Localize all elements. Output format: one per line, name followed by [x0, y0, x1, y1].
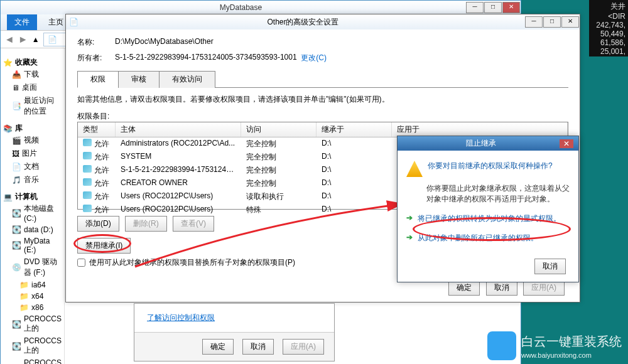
- tab-effective[interactable]: 有效访问: [159, 71, 215, 88]
- remove-permissions-option[interactable]: ➔ 从此对象中删除所有已继承的权限。: [406, 233, 570, 244]
- block-title: 阻止继承: [403, 138, 560, 149]
- nav-net-2[interactable]: 💽 PCROCCS 上的: [3, 335, 62, 357]
- nav-folder-x64[interactable]: 📁 x64: [3, 291, 62, 302]
- props-apply-button[interactable]: 应用(A): [283, 339, 324, 355]
- owner-value: S-1-5-21-2922983994-1753124005-373459359…: [115, 53, 297, 63]
- shield-icon: 📄: [66, 18, 81, 26]
- maximize-button[interactable]: □: [484, 2, 502, 13]
- nav-favorites[interactable]: ⭐ 收藏夹: [3, 57, 62, 68]
- props-ok-button[interactable]: 确定: [202, 339, 234, 355]
- ribbon-file[interactable]: 文件: [7, 14, 37, 30]
- block-inheritance-dialog: 阻止继承 ✕ 你要对目前继承的权限采取何种操作? 你将要阻止此对象继承权限，这意…: [397, 136, 579, 282]
- nav-forward-button[interactable]: ►: [18, 34, 28, 45]
- remove-button[interactable]: 删除(R): [125, 216, 167, 232]
- nav-libraries[interactable]: 📚 库: [3, 123, 62, 134]
- nav-drive-dvd[interactable]: 💿 DVD 驱动器 (F:): [3, 255, 62, 279]
- adv-description: 如需其他信息，请双击权限项目。若要修改权限项目，请选择该项目并单击"编辑"(如果…: [77, 94, 568, 105]
- warning-icon: [406, 161, 423, 177]
- user-icon: [83, 205, 92, 212]
- tab-auditing[interactable]: 审核: [118, 71, 160, 88]
- col-applies[interactable]: 应用于: [392, 122, 568, 137]
- adv-title: Other的高级安全设置: [81, 17, 525, 28]
- watermark-url: www.baiyunxitong.com: [521, 351, 622, 359]
- convert-permissions-option[interactable]: ➔ 将已继承的权限转换为此对象的显式权限。: [406, 213, 570, 224]
- user-icon: [83, 139, 92, 146]
- adv-tabs: 权限 审核 有效访问: [77, 71, 568, 88]
- col-access[interactable]: 访问: [241, 122, 317, 137]
- nav-back-button[interactable]: ◄: [4, 34, 14, 45]
- change-owner-link[interactable]: 更改(C): [301, 53, 327, 63]
- explorer-title: MyDatabase: [16, 3, 466, 12]
- arrow-right-icon: ➔: [406, 213, 413, 224]
- adv-maximize-button[interactable]: □: [543, 16, 561, 28]
- name-value: D:\MyDoc\MyDatabase\Other: [115, 37, 214, 48]
- nav-music[interactable]: 🎵 音乐: [3, 173, 62, 186]
- properties-dialog-bottom: 了解访问控制和权限 确定 取消 应用(A): [134, 303, 335, 361]
- nav-desktop[interactable]: 🖥 桌面: [3, 81, 62, 94]
- nav-pane: ⭐ 收藏夹 📥 下载 🖥 桌面 📑 最近访问的位置 📚 库 🎬 视频 🖼 图片 …: [1, 48, 65, 364]
- nav-computer[interactable]: 💻 计算机: [3, 191, 62, 202]
- block-cancel-button[interactable]: 取消: [534, 259, 566, 274]
- entries-label: 权限条目:: [77, 111, 568, 122]
- adv-close-button[interactable]: ✕: [561, 16, 579, 28]
- col-type[interactable]: 类型: [78, 122, 116, 137]
- nav-folder-x86[interactable]: 📁 x86: [3, 302, 62, 313]
- cmd-line: 50,449,: [592, 29, 625, 38]
- view-button[interactable]: 查看(V): [173, 216, 214, 232]
- minimize-button[interactable]: ─: [466, 2, 484, 13]
- nav-up-button[interactable]: ▲: [32, 35, 40, 44]
- disable-inheritance-button[interactable]: 禁用继承(I): [77, 238, 131, 254]
- nav-recent[interactable]: 📑 最近访问的位置: [3, 94, 62, 118]
- replace-child-checkbox[interactable]: [77, 259, 85, 267]
- block-heading: 你要对目前继承的权限采取何种操作?: [406, 161, 570, 177]
- ribbon-home[interactable]: 主页: [48, 17, 63, 28]
- cmd-line: 61,586,: [592, 38, 625, 47]
- watermark: 白云一键重装系统 www.baiyunxitong.com: [487, 331, 622, 360]
- nav-pictures[interactable]: 🖼 图片: [3, 147, 62, 160]
- nav-drive-c[interactable]: 💽 本地磁盘 (C:): [3, 202, 62, 224]
- nav-videos[interactable]: 🎬 视频: [3, 134, 62, 147]
- owner-label: 所有者:: [77, 53, 115, 63]
- nav-net-3[interactable]: 💽 PCROCCS 上的: [3, 357, 62, 364]
- block-close-button[interactable]: ✕: [560, 139, 573, 148]
- cmd-line: 242,743,: [592, 21, 625, 29]
- watermark-title: 白云一键重装系统: [521, 335, 622, 348]
- col-principal[interactable]: 主体: [116, 122, 241, 137]
- arrow-right-icon: ➔: [406, 233, 413, 244]
- props-cancel-button[interactable]: 取消: [242, 339, 274, 355]
- user-icon: [83, 178, 92, 186]
- nav-folder-ia64[interactable]: 📁 ia64: [3, 279, 62, 291]
- adv-minimize-button[interactable]: ─: [525, 16, 543, 28]
- tab-permissions[interactable]: 权限: [77, 71, 119, 88]
- nav-drive-e[interactable]: 💽 MyData (E:): [3, 235, 62, 255]
- learn-permissions-link[interactable]: 了解访问控制和权限: [147, 313, 215, 322]
- col-inherited[interactable]: 继承于: [317, 122, 392, 137]
- user-icon: [83, 191, 92, 199]
- nav-drive-d[interactable]: 💽 data (D:): [3, 224, 62, 235]
- cmd-line: 25,001,: [592, 47, 625, 56]
- cmd-line: <DIR: [592, 12, 625, 21]
- nav-net-1[interactable]: 💽 PCROCCS 上的: [3, 313, 62, 335]
- watermark-logo-icon: [487, 331, 516, 360]
- close-button[interactable]: ✕: [502, 2, 520, 13]
- explorer-titlebar: MyDatabase ─ □ ✕: [1, 1, 521, 14]
- add-button[interactable]: 添加(D): [77, 216, 119, 232]
- replace-child-label: 使用可从此对象继承的权限项目替换所有子对象的权限项目(P): [89, 257, 295, 268]
- user-icon: [83, 152, 92, 159]
- background-cmd-panel: 关井 <DIR 242,743, 50,449, 61,586, 25,001,: [589, 0, 628, 56]
- user-icon: [83, 165, 92, 173]
- nav-downloads[interactable]: 📥 下载: [3, 68, 62, 81]
- cmd-line: 关井: [592, 1, 625, 12]
- block-note: 你将要阻止此对象继承权限，这意味着从父对象中继承的权限不再适用于此对象。: [426, 183, 570, 205]
- folder-icon: 📄: [48, 35, 57, 44]
- adv-titlebar: 📄 Other的高级安全设置 ─ □ ✕: [66, 14, 580, 29]
- name-label: 名称:: [77, 37, 115, 48]
- block-titlebar: 阻止继承 ✕: [398, 136, 578, 151]
- nav-documents[interactable]: 📄 文档: [3, 160, 62, 173]
